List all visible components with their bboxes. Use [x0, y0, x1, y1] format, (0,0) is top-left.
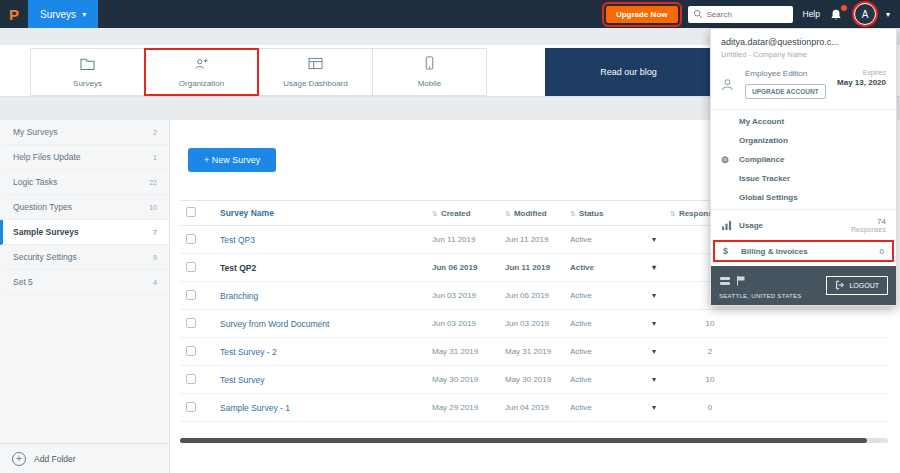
menu-item-label: Issue Tracker — [739, 174, 790, 183]
modified-date: May 31 2019 — [505, 347, 570, 356]
col-status[interactable]: ⇅Status — [570, 209, 670, 218]
status-caret-icon[interactable]: ▾ — [652, 347, 656, 356]
account-email: aditya.datar@questionpro.c... — [721, 37, 886, 47]
table-row: Sample Survey - 1 May 29 2019 Jun 04 201… — [180, 394, 890, 422]
tab-surveys[interactable]: Surveys — [30, 48, 145, 96]
created-date: Jun 03 2019 — [432, 319, 505, 328]
survey-name-link[interactable]: Test Survey — [220, 375, 432, 385]
menu-item-label: Compliance — [739, 155, 784, 164]
row-checkbox[interactable] — [186, 234, 196, 244]
questionpro-logo[interactable]: P — [0, 6, 28, 23]
survey-name-link[interactable]: Test QP2 — [220, 263, 432, 273]
new-survey-button[interactable]: + New Survey — [188, 148, 276, 172]
col-created[interactable]: ⇅Created — [432, 209, 505, 218]
account-company: Untitled - Company Name — [721, 50, 886, 59]
menu-item-compliance[interactable]: ⚙ Compliance — [711, 150, 896, 169]
account-chevron-icon[interactable]: ▾ — [886, 10, 890, 19]
status-label: Active — [570, 235, 592, 244]
menu-item-my-account[interactable]: My Account — [711, 112, 896, 131]
billing-label: Billing & Invoices — [741, 247, 808, 256]
status-caret-icon[interactable]: ▾ — [652, 375, 656, 384]
expires-label: Expires — [837, 69, 886, 76]
col-modified[interactable]: ⇅Modified — [505, 209, 570, 218]
expires-date: May 13, 2020 — [837, 78, 886, 87]
search-input[interactable] — [707, 10, 788, 19]
modified-date: Jun 04 2019 — [505, 403, 570, 412]
created-date: May 30 2019 — [432, 375, 505, 384]
status-cell: Active ▾ — [570, 291, 670, 300]
menu-item-global-settings[interactable]: Global Settings — [711, 188, 896, 207]
sidebar-item-count: 22 — [149, 179, 157, 186]
server-icon — [719, 272, 731, 290]
upgrade-now-button[interactable]: Upgrade Now — [606, 6, 678, 23]
sidebar-item-count: 1 — [153, 154, 157, 161]
scrollbar-thumb[interactable] — [180, 438, 867, 443]
survey-name-link[interactable]: Test QP3 — [220, 235, 432, 245]
status-caret-icon[interactable]: ▾ — [652, 291, 656, 300]
modified-date: Jun 11 2019 — [505, 235, 570, 244]
sidebar-item-label: My Surveys — [13, 127, 57, 137]
sidebar-item[interactable]: Question Types 10 — [0, 195, 169, 220]
status-caret-icon[interactable]: ▾ — [652, 235, 656, 244]
row-checkbox[interactable] — [186, 262, 196, 272]
sidebar-item[interactable]: Help Files Update 1 — [0, 145, 169, 170]
tab-mobile[interactable]: Mobile — [372, 48, 487, 96]
sidebar-item[interactable]: Sample Surveys 7 — [0, 220, 169, 245]
row-checkbox[interactable] — [186, 318, 196, 328]
sidebar-item-count: 4 — [153, 279, 157, 286]
sidebar-item-count: 10 — [149, 204, 157, 211]
status-caret-icon[interactable]: ▾ — [652, 403, 656, 412]
menu-item-usage[interactable]: Usage 74 Responses — [711, 212, 896, 238]
surveys-menu[interactable]: Surveys ▾ — [28, 0, 98, 28]
status-cell: Active ▾ — [570, 375, 670, 384]
sidebar-item[interactable]: Set 5 4 — [0, 270, 169, 295]
tab-organization[interactable]: Organization — [144, 48, 259, 96]
survey-name-link[interactable]: Test Survey - 2 — [220, 347, 432, 357]
status-caret-icon[interactable]: ▾ — [652, 319, 656, 328]
sidebar: My Surveys 2 Help Files Update 1 Logic T… — [0, 120, 170, 473]
survey-name-link[interactable]: Branching — [220, 291, 432, 301]
app-window: P Surveys ▾ Upgrade Now Help A ▾ Surveys — [0, 0, 900, 473]
status-cell: Active ▾ — [570, 235, 670, 244]
sort-icon: ⇅ — [570, 210, 576, 217]
status-label: Active — [570, 375, 592, 384]
read-our-blog-banner[interactable]: Read our blog — [545, 48, 712, 96]
logout-button[interactable]: LOGOUT — [826, 276, 888, 295]
row-checkbox[interactable] — [186, 290, 196, 300]
row-checkbox[interactable] — [186, 402, 196, 412]
responses-count: 10 — [670, 319, 750, 328]
tab-usage-dashboard[interactable]: Usage Dashboard — [258, 48, 373, 96]
chevron-down-icon: ▾ — [82, 10, 86, 19]
sort-icon: ⇅ — [505, 210, 511, 217]
sidebar-item[interactable]: My Surveys 2 — [0, 120, 169, 145]
survey-name-link[interactable]: Sample Survey - 1 — [220, 403, 432, 413]
account-identity: aditya.datar@questionpro.c... Untitled -… — [711, 29, 896, 63]
help-link[interactable]: Help — [803, 9, 820, 19]
horizontal-scrollbar[interactable] — [180, 438, 888, 443]
search-box[interactable] — [688, 6, 793, 23]
add-folder-button[interactable]: + Add Folder — [0, 443, 169, 473]
select-all-checkbox[interactable] — [186, 207, 196, 217]
row-checkbox[interactable] — [186, 346, 196, 356]
dashboard-icon — [308, 56, 323, 74]
upgrade-account-button[interactable]: UPGRADE ACCOUNT — [745, 84, 826, 99]
notifications-bell-icon[interactable] — [830, 7, 844, 21]
col-survey-name[interactable]: Survey Name — [220, 208, 432, 218]
table-row: Test Survey - 2 May 31 2019 May 31 2019 … — [180, 338, 890, 366]
status-caret-icon[interactable]: ▾ — [652, 263, 656, 272]
mobile-icon — [425, 56, 434, 74]
status-label: Active — [570, 403, 592, 412]
location-label: SEATTLE, UNITED STATES — [719, 293, 802, 299]
user-avatar[interactable]: A — [854, 3, 876, 25]
sidebar-item-count: 2 — [153, 129, 157, 136]
menu-item-billing[interactable]: $ Billing & Invoices 0 — [713, 240, 894, 262]
menu-item-label: My Account — [739, 117, 784, 126]
sidebar-item[interactable]: Security Settings 9 — [0, 245, 169, 270]
tab-label: Organization — [179, 79, 224, 88]
row-checkbox[interactable] — [186, 374, 196, 384]
menu-item-organization[interactable]: Organization — [711, 131, 896, 150]
survey-name-link[interactable]: Survey from Word Document — [220, 319, 432, 329]
sidebar-item[interactable]: Logic Tasks 22 — [0, 170, 169, 195]
menu-item-issue-tracker[interactable]: Issue Tracker — [711, 169, 896, 188]
gear-icon: ⚙ — [721, 155, 739, 165]
